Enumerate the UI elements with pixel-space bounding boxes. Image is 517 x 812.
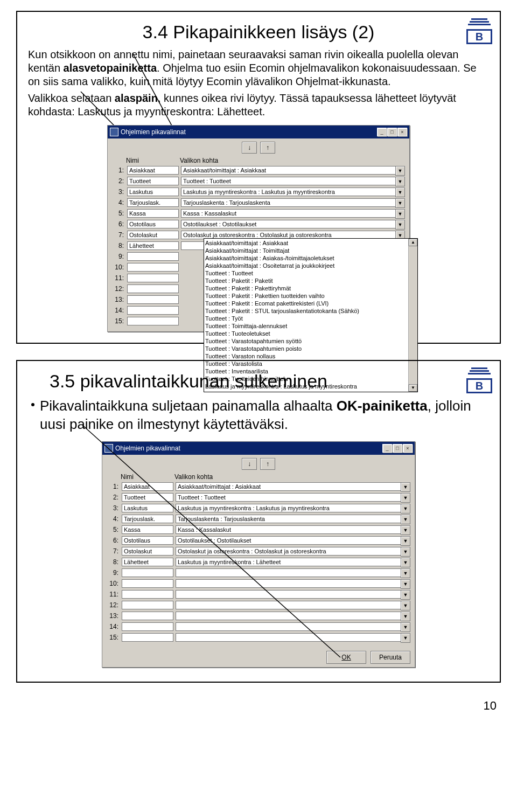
chevron-down-icon[interactable]: ▼	[401, 536, 410, 546]
menu-combo[interactable]: ▼	[176, 633, 410, 642]
maximize-icon[interactable]: □	[393, 444, 402, 453]
menu-combo[interactable]: Laskutus ja myyntireskontra : Laskutus j…	[176, 504, 410, 512]
dropdown-option[interactable]: Asiakkaat/toimittajat : Osoitetarrat ja …	[205, 262, 407, 269]
menu-combo[interactable]: Tarjouslaskenta : Tarjouslaskenta▼	[181, 198, 405, 207]
combo-value[interactable]: Laskutus ja myyntireskontra : Lähetteet	[176, 558, 401, 566]
combo-value[interactable]: Asiakkaat/toimittajat : Asiakkaat	[181, 166, 395, 175]
combo-value[interactable]: Ostotilaukset : Ostotilaukset	[176, 536, 401, 545]
dropdown-option[interactable]: Tuotteet : Työt	[205, 315, 407, 322]
name-field[interactable]	[122, 612, 173, 620]
close-icon[interactable]: ×	[403, 444, 413, 453]
menu-combo[interactable]: Ostotilaukset : Ostotilaukset▼	[176, 536, 410, 545]
chevron-down-icon[interactable]: ▼	[401, 493, 410, 503]
combo-value[interactable]: Laskutus ja myyntireskontra : Laskutus j…	[176, 504, 401, 512]
menu-combo[interactable]: ▼	[176, 612, 410, 620]
chevron-down-icon[interactable]: ▼	[401, 622, 410, 632]
titlebar[interactable]: Ohjelmien pikavalinnat _ □ ×	[108, 126, 409, 138]
name-field[interactable]	[127, 317, 179, 325]
name-field[interactable]: Tarjouslask.	[127, 198, 179, 207]
name-field[interactable]: Laskutus	[127, 188, 179, 196]
name-field[interactable]	[127, 274, 179, 282]
name-field[interactable]: Kassa	[122, 525, 173, 534]
menu-combo[interactable]: Asiakkaat/toimittajat : Asiakkaat▼	[176, 482, 410, 491]
combo-value[interactable]: Ostotilaukset : Ostotilaukset	[181, 220, 395, 228]
dropdown-option[interactable]: Tuotteet : Varaston nollaus	[205, 352, 407, 360]
cancel-button[interactable]: Peruuta	[371, 651, 410, 664]
menu-combo[interactable]: Tuotteet : Tuotteet▼	[181, 177, 405, 185]
move-down-button[interactable]: ↓	[242, 142, 257, 154]
name-field[interactable]	[127, 284, 179, 293]
titlebar[interactable]: Ohjelmien pikavalinnat _ □ ×	[102, 442, 415, 455]
name-field[interactable]: Ostotilaus	[122, 536, 173, 545]
scroll-up-icon[interactable]: ▲	[409, 239, 417, 246]
name-field[interactable]	[122, 601, 173, 609]
name-field[interactable]	[127, 306, 179, 315]
dropdown-option[interactable]: Tuotteet : Paketit : STUL tarjouslaskent…	[205, 307, 407, 315]
dropdown-option[interactable]: Tuotteet : Paketit : Pakettien tuotteide…	[205, 292, 407, 300]
dropdown-option[interactable]: Tuotteet : Varastotapahtumien poisto	[205, 345, 407, 352]
close-icon[interactable]: ×	[397, 128, 407, 136]
name-field[interactable]: Kassa	[127, 209, 179, 218]
name-field[interactable]: Asiakkaat	[122, 482, 173, 491]
name-field[interactable]: Lähetteet	[122, 558, 173, 566]
name-field[interactable]: Ostolaskut	[122, 547, 173, 556]
chevron-down-icon[interactable]: ▼	[395, 209, 405, 219]
menu-combo[interactable]: Asiakkaat/toimittajat : Asiakkaat▼	[181, 166, 405, 175]
chevron-down-icon[interactable]: ▼	[401, 579, 410, 589]
dropdown-option[interactable]: Tuotteet : Toimittaja-alennukset	[205, 322, 407, 330]
combo-value[interactable]: Ostolaskut ja ostoreskontra : Ostolaskut…	[176, 547, 401, 556]
dropdown-option[interactable]: Tuotteet : Paketit : Pakettiryhmät	[205, 284, 407, 292]
combo-value[interactable]	[176, 579, 401, 588]
move-up-button[interactable]: ↑	[260, 142, 275, 154]
chevron-down-icon[interactable]: ▼	[401, 482, 410, 492]
chevron-down-icon[interactable]: ▼	[395, 188, 405, 197]
combo-value[interactable]: Kassa : Kassalaskut	[181, 209, 395, 218]
menu-combo[interactable]: ▼	[176, 568, 410, 577]
chevron-down-icon[interactable]: ▼	[401, 515, 410, 524]
menu-combo[interactable]: Laskutus ja myyntireskontra : Laskutus j…	[181, 188, 405, 196]
name-field[interactable]: Tuotteet	[127, 177, 179, 185]
name-field[interactable]: Ostotilaus	[127, 220, 179, 228]
combo-value[interactable]	[176, 633, 401, 642]
menu-combo[interactable]: Kassa : Kassalaskut▼	[176, 525, 410, 534]
menu-combo[interactable]: ▼	[176, 590, 410, 599]
chevron-down-icon[interactable]: ▼	[401, 547, 410, 557]
minimize-icon[interactable]: _	[377, 128, 387, 136]
combo-value[interactable]	[176, 622, 401, 631]
chevron-down-icon[interactable]: ▼	[401, 633, 410, 643]
minimize-icon[interactable]: _	[382, 444, 392, 453]
combo-value[interactable]	[176, 612, 401, 620]
combo-value[interactable]	[176, 601, 401, 609]
dropdown-option[interactable]: Tuotteet : Tuoteoletukset	[205, 330, 407, 337]
combo-value[interactable]: Tarjouslaskenta : Tarjouslaskenta	[176, 515, 401, 523]
chevron-down-icon[interactable]: ▼	[395, 177, 405, 186]
name-field[interactable]	[122, 633, 173, 642]
combo-value[interactable]: Tuotteet : Tuotteet	[176, 493, 401, 502]
name-field[interactable]	[127, 295, 179, 304]
ok-button[interactable]: OK	[326, 651, 366, 664]
dropdown-option[interactable]: Tuotteet : Paketit : Paketit	[205, 277, 407, 284]
chevron-down-icon[interactable]: ▼	[401, 590, 410, 600]
combo-value[interactable]: Tarjouslaskenta : Tarjouslaskenta	[181, 198, 395, 207]
combo-value[interactable]	[176, 568, 401, 577]
combo-value[interactable]: Laskutus ja myyntireskontra : Laskutus j…	[181, 188, 395, 196]
menu-combo[interactable]: ▼	[176, 579, 410, 588]
combo-value[interactable]	[176, 590, 401, 599]
chevron-down-icon[interactable]: ▼	[395, 166, 405, 176]
chevron-down-icon[interactable]: ▼	[395, 220, 405, 230]
dropdown-option[interactable]: Tuotteet : Tuotteet	[205, 269, 407, 277]
menu-combo[interactable]: Laskutus ja myyntireskontra : Lähetteet▼	[176, 558, 410, 566]
dropdown-option[interactable]: Tuotteet : Paketit : Ecomat pakettirekis…	[205, 300, 407, 307]
chevron-down-icon[interactable]: ▼	[401, 568, 410, 578]
chevron-down-icon[interactable]: ▼	[401, 612, 410, 621]
combo-value[interactable]: Tuotteet : Tuotteet	[181, 177, 395, 185]
name-field[interactable]	[122, 579, 173, 588]
name-field[interactable]: Asiakkaat	[127, 166, 179, 175]
dropdown-option[interactable]: Asiakkaat/toimittajat : Toimittajat	[205, 247, 407, 254]
chevron-down-icon[interactable]: ▼	[395, 198, 405, 208]
menu-combo[interactable]: Tuotteet : Tuotteet▼	[176, 493, 410, 502]
chevron-down-icon[interactable]: ▼	[401, 504, 410, 513]
chevron-down-icon[interactable]: ▼	[401, 558, 410, 567]
menu-combo[interactable]: ▼	[176, 601, 410, 609]
name-field[interactable]: Ostolaskut	[127, 231, 179, 239]
